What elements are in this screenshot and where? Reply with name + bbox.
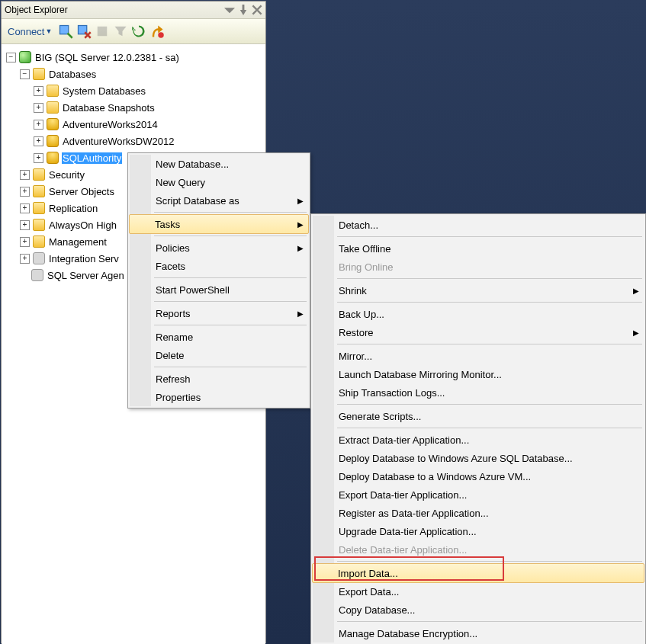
menu-separator: [154, 212, 307, 213]
menu-tasks[interactable]: Tasks▶: [129, 214, 309, 234]
expand-icon[interactable]: +: [20, 203, 30, 213]
menu-delete[interactable]: Delete: [130, 346, 308, 364]
menu-take-offline[interactable]: Take Offline: [313, 239, 644, 258]
menu-restore[interactable]: Restore▶: [313, 323, 644, 341]
menu-refresh[interactable]: Refresh: [130, 370, 308, 388]
panel-toolbar: Connect▼: [2, 19, 265, 44]
submenu-arrow-icon: ▶: [297, 197, 304, 205]
menu-register-data-tier[interactable]: Register as Data-tier Application...: [313, 504, 644, 522]
submenu-arrow-icon: ▶: [633, 328, 639, 337]
database-icon: [47, 118, 59, 130]
expand-icon[interactable]: +: [20, 254, 30, 264]
menu-new-query[interactable]: New Query: [130, 173, 308, 191]
menu-start-powershell[interactable]: Start PowerShell: [130, 280, 308, 299]
expand-icon[interactable]: +: [34, 153, 43, 163]
connect-button[interactable]: Connect▼: [5, 22, 55, 40]
expand-icon[interactable]: +: [34, 86, 43, 96]
disconnect-db-icon[interactable]: [76, 24, 92, 39]
menu-export-data[interactable]: Export Data...: [313, 582, 644, 601]
database-icon: [47, 135, 59, 147]
menu-properties[interactable]: Properties: [130, 388, 308, 406]
submenu-arrow-icon: ▶: [633, 287, 639, 295]
pin-icon[interactable]: [238, 5, 249, 15]
menu-new-database[interactable]: New Database...: [130, 155, 308, 173]
menu-separator: [337, 344, 642, 344]
folder-icon: [47, 101, 59, 114]
stop-icon[interactable]: [95, 24, 110, 39]
tree-system-db-node[interactable]: + System Databases: [6, 82, 262, 99]
dropdown-position-icon[interactable]: [224, 5, 235, 15]
menu-separator: [154, 277, 307, 278]
folder-icon: [47, 85, 59, 97]
tasks-submenu: Detach... Take Offline Bring Online Shri…: [310, 213, 646, 644]
menu-separator: [337, 404, 642, 405]
menu-shrink[interactable]: Shrink▶: [313, 281, 644, 300]
menu-reports[interactable]: Reports▶: [130, 304, 308, 322]
folder-icon: [33, 168, 45, 181]
submenu-arrow-icon: ▶: [297, 309, 304, 318]
folder-icon: [33, 68, 45, 80]
collapse-icon[interactable]: −: [20, 69, 30, 79]
stop-action-icon[interactable]: [149, 24, 165, 39]
menu-separator: [154, 367, 307, 367]
menu-mirror[interactable]: Mirror...: [313, 347, 644, 365]
menu-rename[interactable]: Rename: [130, 328, 308, 346]
menu-detach[interactable]: Detach...: [313, 216, 644, 234]
panel-title-text: Object Explorer: [5, 5, 68, 15]
menu-deploy-azure-sql[interactable]: Deploy Database to Windows Azure SQL Dat…: [313, 449, 644, 467]
menu-generate-scripts[interactable]: Generate Scripts...: [313, 407, 644, 425]
menu-launch-mirroring-monitor[interactable]: Launch Database Mirroring Monitor...: [313, 365, 644, 383]
expand-icon[interactable]: +: [34, 120, 43, 130]
menu-bring-online: Bring Online: [313, 258, 644, 276]
expand-icon[interactable]: +: [20, 220, 30, 230]
refresh-icon[interactable]: [131, 24, 146, 39]
menu-ship-transaction-logs[interactable]: Ship Transaction Logs...: [313, 383, 644, 402]
folder-icon: [33, 185, 45, 197]
folder-icon: [33, 202, 45, 214]
menu-separator: [154, 301, 307, 302]
menu-policies[interactable]: Policies▶: [130, 239, 308, 257]
folder-icon: [33, 219, 45, 231]
menu-separator: [337, 428, 642, 428]
menu-facets[interactable]: Facets: [130, 257, 308, 275]
expand-icon[interactable]: +: [20, 237, 30, 247]
menu-deploy-azure-vm[interactable]: Deploy Database to a Windows Azure VM...: [313, 467, 644, 485]
menu-separator: [337, 278, 642, 279]
tree-db-adventureworksdw2012[interactable]: + AdventureWorksDW2012: [6, 133, 262, 149]
server-icon: [19, 51, 31, 63]
folder-icon: [33, 235, 45, 248]
connect-db-icon[interactable]: [58, 24, 73, 39]
menu-export-data-tier[interactable]: Export Data-tier Application...: [313, 485, 644, 504]
tree-db-adventureworks2014[interactable]: + AdventureWorks2014: [6, 116, 262, 133]
tree-databases-node[interactable]: − Databases: [6, 66, 262, 82]
menu-separator: [154, 325, 307, 325]
menu-separator: [337, 561, 642, 562]
menu-separator: [337, 621, 642, 622]
database-context-menu: New Database... New Query Script Databas…: [127, 152, 310, 409]
menu-back-up[interactable]: Back Up...: [313, 305, 644, 323]
svg-rect-2: [98, 27, 108, 37]
expand-icon[interactable]: +: [34, 136, 43, 146]
agent-icon: [31, 269, 43, 281]
database-icon: [47, 152, 59, 164]
menu-import-data[interactable]: Import Data...: [312, 563, 644, 583]
svg-rect-0: [60, 26, 69, 34]
menu-manage-encryption[interactable]: Manage Database Encryption...: [313, 624, 644, 642]
expand-icon[interactable]: +: [20, 187, 30, 197]
tree-selected-label: SQLAuthority: [62, 152, 122, 164]
svg-point-3: [159, 32, 165, 38]
menu-extract-data-tier[interactable]: Extract Data-tier Application...: [313, 431, 644, 449]
menu-separator: [154, 235, 307, 236]
collapse-icon[interactable]: −: [6, 53, 16, 62]
close-icon[interactable]: [252, 5, 262, 15]
menu-copy-database[interactable]: Copy Database...: [313, 601, 644, 619]
menu-upgrade-data-tier[interactable]: Upgrade Data-tier Application...: [313, 522, 644, 540]
menu-delete-data-tier: Delete Data-tier Application...: [313, 540, 644, 559]
expand-icon[interactable]: +: [34, 103, 43, 113]
filter-icon[interactable]: [113, 24, 128, 39]
expand-icon[interactable]: +: [20, 170, 30, 180]
tree-snapshots-node[interactable]: + Database Snapshots: [6, 99, 262, 116]
menu-script-database[interactable]: Script Database as▶: [130, 191, 308, 210]
submenu-arrow-icon: ▶: [297, 244, 304, 252]
tree-server-node[interactable]: − BIG (SQL Server 12.0.2381 - sa): [6, 49, 262, 66]
